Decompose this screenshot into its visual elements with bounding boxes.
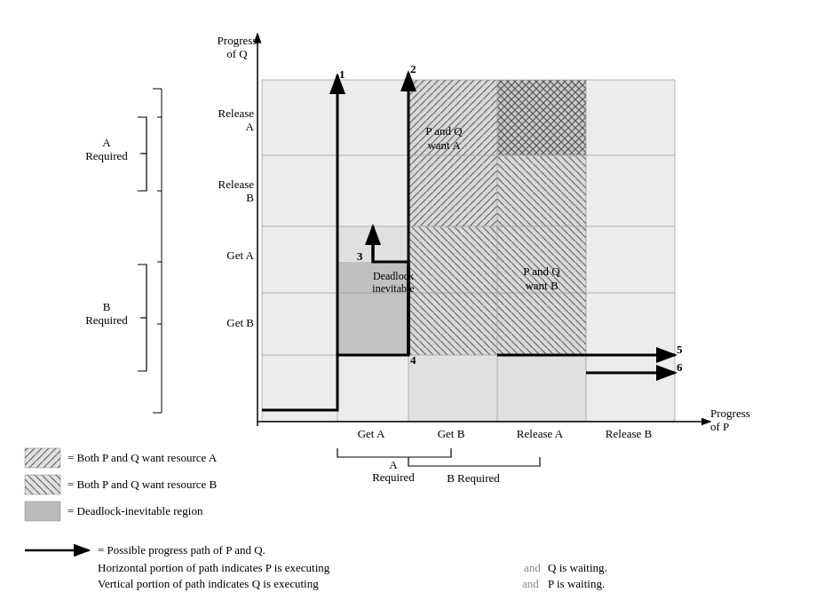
svg-rect-86 [586, 226, 675, 293]
xlabel-get-a: Get A [358, 427, 385, 440]
svg-rect-80 [337, 80, 408, 155]
x-b-required: B Required [447, 471, 500, 485]
legend-want-b: = Both P and Q want resource B [67, 478, 218, 491]
ylabel-release-a: Release [218, 107, 255, 120]
ylabel-release-b2: B [246, 191, 254, 204]
svg-rect-102 [497, 80, 586, 155]
a-required-text2: Required [85, 149, 128, 162]
point3: 3 [357, 249, 363, 263]
want-a-1: P and Q [425, 124, 463, 138]
svg-rect-98 [408, 226, 497, 355]
svg-rect-125 [25, 448, 60, 468]
legend-path-label: = Possible progress path of P and Q. [98, 543, 265, 557]
want-b-2: want B [525, 279, 559, 292]
svg-rect-90 [262, 355, 337, 422]
b-required-text1: B [103, 300, 111, 313]
legend-deadlock: = Deadlock-inevitable region [67, 504, 203, 517]
legend-want-a: = Both P and Q want resource A [67, 451, 218, 464]
svg-rect-128 [25, 501, 60, 521]
svg-rect-94 [408, 80, 497, 226]
x-a-required-2: Required [372, 470, 415, 484]
legend-and2: and [522, 577, 539, 590]
legend-and1: and [524, 561, 541, 574]
ylabel-release-a2: A [246, 120, 255, 133]
legend-desc2: Vertical portion of path indicates Q is … [98, 577, 319, 590]
svg-rect-87 [262, 293, 337, 355]
svg-rect-82 [262, 155, 337, 226]
y-progress-2: of Q [226, 47, 248, 60]
ylabel-release-b: Release [218, 178, 255, 191]
svg-rect-85 [262, 226, 337, 293]
ylabel-get-a: Get A [226, 249, 254, 262]
legend-desc1: Horizontal portion of path indicates P i… [98, 561, 330, 574]
point4: 4 [410, 353, 416, 367]
svg-rect-127 [25, 475, 60, 494]
svg-rect-91 [337, 355, 408, 422]
svg-rect-84 [586, 155, 675, 226]
point6: 6 [677, 360, 683, 374]
x-a-required-1: A [389, 458, 398, 471]
xlabel-release-a: Release A [517, 427, 564, 440]
svg-rect-81 [586, 80, 675, 155]
ylabel-get-b: Get B [226, 316, 254, 329]
y-progress-1: Progress [218, 34, 258, 47]
point2: 2 [410, 62, 416, 75]
svg-rect-100 [497, 155, 586, 355]
xlabel-get-b: Get B [438, 427, 465, 440]
want-a-2: want A [427, 138, 461, 152]
svg-rect-79 [262, 80, 337, 155]
a-required-text1: A [102, 136, 111, 149]
legend-desc2b: P is waiting. [548, 577, 605, 590]
b-required-text2: Required [85, 313, 128, 327]
x-progress-2: of P [710, 420, 729, 433]
xlabel-release-b: Release B [606, 427, 653, 440]
svg-rect-92 [586, 355, 675, 422]
point1: 1 [339, 67, 345, 81]
want-b-1: P and Q [523, 265, 560, 278]
legend-desc1b: Q is waiting. [548, 561, 607, 574]
diagram-container: Get A Get B Release A Release B Get B Ge… [0, 0, 840, 616]
x-progress-1: Progress [710, 407, 750, 420]
svg-rect-83 [337, 155, 408, 226]
point5: 5 [677, 343, 683, 356]
svg-rect-89 [586, 293, 675, 355]
